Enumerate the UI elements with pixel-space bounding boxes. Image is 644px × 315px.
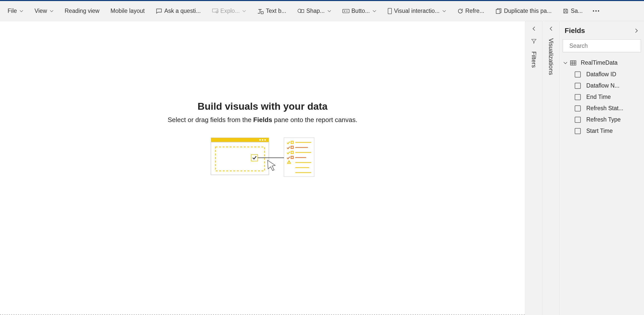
field-checkbox[interactable] [575, 128, 581, 134]
save-label: Sa... [571, 8, 583, 14]
fields-search[interactable] [563, 39, 641, 52]
svg-rect-0 [212, 9, 218, 12]
chevron-down-icon [563, 61, 568, 65]
shapes-menu[interactable]: Shap... [292, 1, 337, 21]
toolbar: File View Reading view Mobile layout Ask… [0, 1, 644, 21]
canvas-placeholder: Build visuals with your data Select or d… [168, 101, 358, 180]
svg-rect-28 [251, 154, 258, 161]
duplicate-page-label: Duplicate this pa... [504, 8, 552, 14]
buttons-menu[interactable]: Butto... [337, 1, 382, 21]
filter-icon [531, 38, 537, 44]
chevron-down-icon [50, 9, 54, 13]
svg-rect-9 [496, 9, 500, 13]
table-icon [570, 60, 576, 65]
placeholder-title: Build visuals with your data [168, 101, 358, 112]
refresh-icon [457, 8, 463, 14]
svg-rect-2 [261, 12, 263, 14]
text-box-icon [257, 8, 264, 14]
fields-table-name: RealTimeData [581, 59, 618, 66]
chat-icon [156, 8, 162, 14]
chevron-right-icon[interactable] [634, 28, 639, 33]
save-icon [563, 8, 569, 14]
view-menu[interactable]: View [29, 1, 59, 21]
chevron-down-icon [19, 9, 23, 13]
chevron-down-icon [372, 9, 376, 13]
svg-rect-32 [570, 61, 576, 65]
field-label: Refresh Type [586, 116, 640, 123]
visual-interactions-label: Visual interactio... [394, 8, 440, 14]
duplicate-page-button[interactable]: Duplicate this pa... [490, 1, 557, 21]
shapes-icon [297, 8, 304, 14]
visualizations-pane-label: Visualizations [548, 38, 555, 75]
chevron-down-icon [442, 9, 446, 13]
explore-menu[interactable]: Explo... [206, 1, 252, 21]
fields-search-input[interactable] [569, 43, 644, 49]
field-item[interactable]: End Time [573, 91, 642, 103]
fields-pane: Fields RealTimeData Dataflow [559, 21, 644, 315]
file-label: File [8, 8, 17, 14]
filters-pane-label: Filters [530, 51, 537, 68]
explore-icon [212, 8, 218, 14]
field-item[interactable]: Refresh Stat... [573, 103, 642, 114]
field-item[interactable]: Start Time [573, 125, 642, 137]
visual-interactions-menu[interactable]: Visual interactio... [382, 1, 452, 21]
duplicate-icon [495, 8, 502, 14]
phone-icon [388, 8, 392, 14]
save-button[interactable]: Sa... [557, 1, 588, 21]
ask-question-label: Ask a questi... [164, 8, 201, 14]
explore-label: Explo... [220, 8, 240, 14]
field-item[interactable]: Refresh Type [573, 114, 642, 125]
field-checkbox[interactable] [575, 117, 581, 123]
field-checkbox[interactable] [575, 105, 581, 111]
fields-list: Dataflow ID Dataflow N... End Time Refre… [562, 69, 642, 137]
mobile-layout-label: Mobile layout [111, 8, 145, 14]
report-canvas[interactable]: Build visuals with your data Select or d… [0, 21, 525, 315]
svg-point-11 [262, 139, 263, 141]
more-options-button[interactable] [588, 10, 604, 12]
field-label: Dataflow N... [586, 82, 640, 89]
field-label: Dataflow ID [586, 71, 640, 78]
svg-point-6 [344, 11, 345, 12]
view-label: View [35, 8, 47, 14]
field-checkbox[interactable] [575, 94, 581, 100]
shapes-label: Shap... [306, 8, 325, 14]
svg-point-13 [259, 139, 261, 141]
chevron-left-icon [549, 26, 554, 31]
svg-rect-8 [388, 8, 392, 14]
field-checkbox[interactable] [575, 83, 581, 89]
reading-view-label: Reading view [65, 8, 100, 14]
chevron-left-icon [531, 26, 536, 31]
text-box-label: Text b... [266, 8, 286, 14]
field-item[interactable]: Dataflow N... [573, 80, 642, 91]
field-checkbox[interactable] [575, 71, 581, 77]
field-label: Refresh Stat... [586, 105, 640, 112]
mobile-layout-button[interactable]: Mobile layout [105, 1, 150, 21]
chevron-down-icon [242, 9, 246, 13]
text-box-button[interactable]: Text b... [252, 1, 292, 21]
fields-pane-title: Fields [565, 27, 585, 35]
file-menu[interactable]: File [2, 1, 29, 21]
placeholder-subtitle: Select or drag fields from the Fields pa… [168, 116, 358, 124]
buttons-label: Butto... [351, 8, 370, 14]
field-label: End Time [586, 94, 640, 100]
visualizations-pane-collapsed[interactable]: Visualizations [542, 21, 559, 315]
fields-table-header[interactable]: RealTimeData [562, 57, 642, 69]
placeholder-illustration [208, 136, 317, 180]
chevron-down-icon [327, 9, 331, 13]
button-icon [342, 9, 349, 14]
field-label: Start Time [586, 128, 640, 134]
filters-pane-collapsed[interactable]: Filters [525, 21, 542, 315]
svg-point-12 [264, 139, 266, 141]
field-item[interactable]: Dataflow ID [573, 69, 642, 80]
refresh-button[interactable]: Refre... [452, 1, 490, 21]
reading-view-button[interactable]: Reading view [59, 1, 105, 21]
refresh-label: Refre... [465, 8, 484, 14]
ask-question-button[interactable]: Ask a questi... [150, 1, 206, 21]
